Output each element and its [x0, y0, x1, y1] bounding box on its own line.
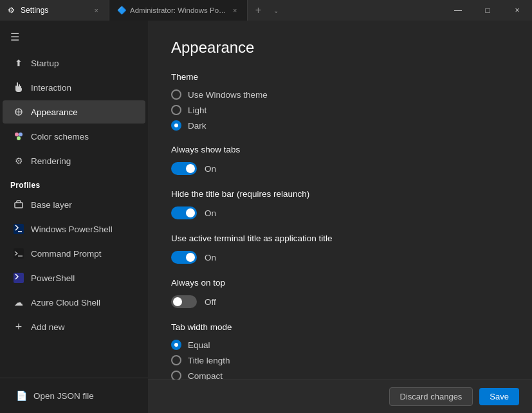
use-terminal-title-state: On: [205, 253, 216, 262]
hide-title-bar-state: On: [205, 208, 216, 218]
sidebar-item-add-new[interactable]: + Add new: [3, 315, 145, 338]
sidebar: ☰ ⬆ Startup Interaction Appearance Color…: [0, 21, 148, 413]
sidebar-item-powershell-label: PowerShell: [31, 273, 75, 283]
theme-light-label: Light: [188, 106, 206, 115]
minimize-button[interactable]: —: [443, 0, 473, 21]
always-show-tabs-toggle[interactable]: [171, 162, 197, 175]
sidebar-item-appearance[interactable]: Appearance: [3, 100, 145, 124]
sidebar-item-azure-cloud-shell-label: Azure Cloud Shell: [31, 298, 100, 307]
sidebar-item-base-layer-label: Base layer: [31, 200, 72, 210]
tab-width-equal-radio[interactable]: [171, 340, 181, 350]
azure-cloud-shell-icon: ☁: [13, 297, 24, 308]
sidebar-item-base-layer[interactable]: Base layer: [3, 193, 145, 216]
powershell-tab-label: Administrator: Windows PowerS...: [130, 6, 226, 14]
use-terminal-title-label: Use active terminal title as application…: [171, 234, 509, 243]
theme-label: Theme: [171, 72, 509, 82]
sidebar-item-startup[interactable]: ⬆ Startup: [3, 51, 145, 75]
powershell-tab-close[interactable]: ×: [230, 5, 239, 15]
sidebar-item-powershell[interactable]: PowerShell: [3, 266, 145, 289]
always-show-tabs-knob: [186, 164, 195, 173]
startup-icon: ⬆: [13, 57, 24, 69]
tab-width-mode-section: Tab width mode Equal Title length Compac…: [171, 322, 509, 381]
svg-point-2: [19, 133, 23, 136]
command-prompt-icon: [13, 248, 24, 259]
theme-dark-option[interactable]: Dark: [171, 120, 509, 131]
window-controls: — □ ×: [443, 0, 532, 21]
use-terminal-title-toggle-row: On: [171, 251, 509, 264]
sidebar-item-interaction[interactable]: Interaction: [3, 76, 145, 99]
tab-dropdown-button[interactable]: ⌄: [268, 0, 284, 21]
hide-title-bar-toggle[interactable]: [171, 206, 197, 219]
theme-section: Theme Use Windows theme Light Dark: [171, 72, 509, 131]
tab-width-mode-label: Tab width mode: [171, 322, 509, 332]
use-terminal-title-knob: [186, 253, 195, 262]
discard-changes-button[interactable]: Discard changes: [389, 387, 473, 406]
powershell-tab-icon: 🔷: [117, 6, 126, 15]
sidebar-item-open-json-label: Open JSON file: [33, 391, 94, 401]
sidebar-item-add-new-label: Add new: [31, 322, 65, 332]
windows-powershell-icon: [13, 223, 24, 235]
sidebar-spacer: [0, 339, 148, 378]
settings-tab-icon: ⚙: [8, 6, 17, 15]
save-button[interactable]: Save: [479, 388, 519, 405]
hide-title-bar-section: Hide the title bar (requires relaunch) O…: [171, 189, 509, 219]
always-show-tabs-state: On: [205, 164, 216, 174]
always-on-top-label: Always on top: [171, 278, 509, 288]
theme-dark-radio[interactable]: [171, 120, 181, 131]
sidebar-item-command-prompt-label: Command Prompt: [31, 249, 102, 259]
sidebar-item-command-prompt[interactable]: Command Prompt: [3, 242, 145, 265]
content-area: Appearance Theme Use Windows theme Light…: [148, 21, 532, 413]
close-button[interactable]: ×: [502, 0, 532, 21]
page-title: Appearance: [171, 39, 509, 57]
sidebar-item-color-schemes[interactable]: Color schemes: [3, 125, 145, 148]
hide-title-bar-label: Hide the title bar (requires relaunch): [171, 189, 509, 199]
title-bar: ⚙ Settings × 🔷 Administrator: Windows Po…: [0, 0, 532, 21]
svg-rect-6: [14, 248, 24, 259]
theme-light-radio[interactable]: [171, 105, 181, 115]
rendering-icon: ⚙: [13, 155, 24, 167]
svg-rect-5: [14, 224, 24, 234]
sidebar-item-windows-powershell[interactable]: Windows PowerShell: [3, 217, 145, 241]
sidebar-item-open-json[interactable]: 📄 Open JSON file: [5, 384, 143, 407]
hide-title-bar-knob: [186, 208, 195, 217]
powershell-icon: [13, 272, 24, 284]
use-terminal-title-section: Use active terminal title as application…: [171, 234, 509, 264]
settings-tab-label: Settings: [21, 6, 48, 15]
sidebar-item-interaction-label: Interaction: [31, 83, 71, 93]
tab-width-equal-label: Equal: [188, 340, 210, 350]
sidebar-hamburger[interactable]: ☰: [0, 26, 148, 48]
tab-width-title-radio[interactable]: [171, 355, 181, 365]
theme-light-option[interactable]: Light: [171, 105, 509, 115]
sidebar-item-color-schemes-label: Color schemes: [31, 132, 89, 142]
always-show-tabs-label: Always show tabs: [171, 145, 509, 154]
open-json-icon: 📄: [15, 390, 27, 401]
sidebar-item-azure-cloud-shell[interactable]: ☁ Azure Cloud Shell: [3, 291, 145, 314]
profiles-section-title: Profiles: [0, 173, 148, 192]
settings-tab-close[interactable]: ×: [92, 5, 101, 15]
always-on-top-toggle[interactable]: [171, 295, 197, 308]
theme-windows-radio[interactable]: [171, 89, 181, 100]
sidebar-item-windows-powershell-label: Windows PowerShell: [31, 225, 113, 234]
always-on-top-state: Off: [205, 297, 216, 307]
new-tab-button[interactable]: +: [248, 0, 268, 21]
tab-width-equal-option[interactable]: Equal: [171, 340, 509, 350]
sidebar-bottom: 📄 Open JSON file: [0, 378, 148, 413]
tab-width-title-option[interactable]: Title length: [171, 355, 509, 365]
color-schemes-icon: [13, 131, 24, 142]
tab-width-title-label: Title length: [188, 356, 230, 365]
theme-windows-label: Use Windows theme: [188, 90, 268, 100]
maximize-button[interactable]: □: [473, 0, 502, 21]
base-layer-icon: [13, 199, 24, 210]
use-terminal-title-toggle[interactable]: [171, 251, 197, 264]
always-on-top-toggle-row: Off: [171, 295, 509, 308]
theme-windows-option[interactable]: Use Windows theme: [171, 89, 509, 100]
sidebar-item-appearance-label: Appearance: [31, 107, 78, 117]
interaction-icon: [13, 82, 24, 93]
appearance-icon: [13, 106, 24, 118]
settings-tab[interactable]: ⚙ Settings ×: [0, 0, 109, 21]
sidebar-item-rendering[interactable]: ⚙ Rendering: [3, 149, 145, 172]
add-new-icon: +: [13, 321, 24, 333]
theme-dark-label: Dark: [188, 121, 206, 131]
always-show-tabs-section: Always show tabs On: [171, 145, 509, 175]
powershell-tab[interactable]: 🔷 Administrator: Windows PowerS... ×: [109, 0, 248, 21]
